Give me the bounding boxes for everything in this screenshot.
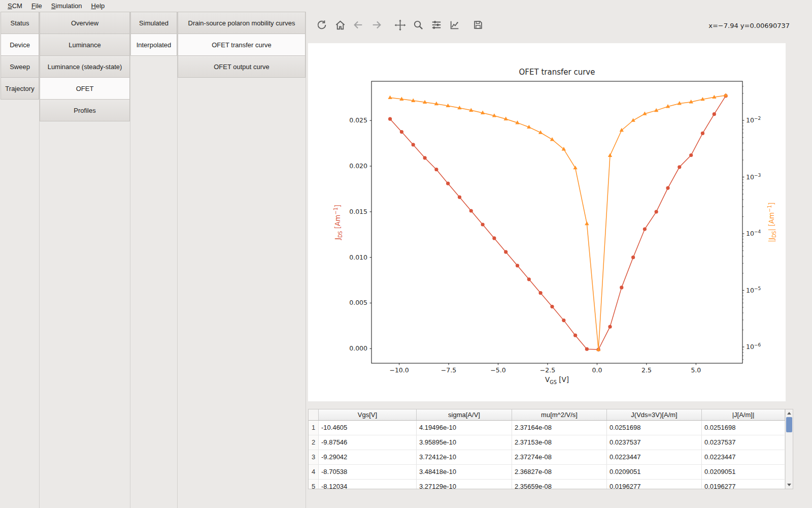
svg-text:5.0: 5.0 [691,366,701,374]
tab-sweep[interactable]: Sweep [1,55,39,78]
svg-text:0.025: 0.025 [349,116,367,124]
tab-mobility-curves[interactable]: Drain-source polaron mobility curves [178,12,306,34]
cell-mu[interactable]: 2.37274e-08 [512,450,607,465]
row-number[interactable]: 4 [309,465,319,480]
row-number[interactable]: 3 [309,450,319,465]
cell-sigma[interactable]: 3.27129e-10 [417,480,512,489]
back-button[interactable] [350,17,366,33]
subplot-settings-icon [431,19,442,30]
table-header-sigma[interactable]: sigma[A/V] [417,409,512,420]
tab-interpolated[interactable]: Interpolated [130,34,177,56]
zoom-button[interactable] [410,17,426,33]
tab-luminance-steady-state[interactable]: Luminance (steady-state) [40,55,130,78]
tab-trajectory[interactable]: Trajectory [1,77,39,100]
table-row: 5 -8.12034 3.27129e-10 2.35659e-08 0.019… [309,480,785,489]
menu-help[interactable]: Help [87,1,110,11]
refresh-icon [316,19,327,30]
svg-text:−5.0: −5.0 [490,366,505,374]
scrollbar-down-arrow-icon[interactable] [786,482,793,488]
tab-status[interactable]: Status [1,12,39,34]
svg-text:10−3: 10−3 [746,173,761,181]
cell-absj[interactable]: 0.0196277 [702,480,785,489]
table-header-row: Vgs[V] sigma[A/V] mu[m^2/V/s] J(Vds=3V)[… [309,409,785,421]
cell-absj[interactable]: 0.0251698 [702,421,785,435]
home-button[interactable] [332,17,348,33]
svg-text:0.015: 0.015 [349,208,367,215]
home-icon [334,19,346,31]
cell-absj[interactable]: 0.0209051 [702,465,785,480]
cell-j[interactable]: 0.0251698 [607,421,702,435]
axes-editor-button[interactable] [447,17,463,33]
tab-profiles[interactable]: Profiles [40,99,130,121]
table-vertical-scrollbar[interactable] [785,409,793,489]
svg-text:10−6: 10−6 [746,342,761,351]
svg-text:0.010: 0.010 [349,253,367,261]
svg-text:10−5: 10−5 [746,286,761,294]
zoom-icon [413,19,424,31]
refresh-button[interactable] [314,17,330,33]
cell-absj[interactable]: 0.0223447 [702,450,785,465]
cell-sigma[interactable]: 3.95895e-10 [417,435,512,450]
svg-text:JDS [Am−1]: JDS [Am−1] [333,205,343,240]
cell-j[interactable]: 0.0209051 [607,465,702,480]
menu-file[interactable]: File [27,1,47,11]
cell-j[interactable]: 0.0196277 [607,480,702,489]
forward-arrow-icon [371,19,382,30]
cell-mu[interactable]: 2.35659e-08 [512,480,607,489]
cell-mu[interactable]: 2.36827e-08 [512,465,607,480]
table-row: 3 -9.29042 3.72412e-10 2.37274e-08 0.022… [309,450,785,465]
nav-device-sections: Overview Luminance Luminance (steady-sta… [40,12,130,508]
cell-j[interactable]: 0.0237537 [607,435,702,450]
cell-vgs[interactable]: -8.70538 [319,465,417,480]
tab-ofet-output-curve[interactable]: OFET output curve [178,55,306,78]
cursor-coordinates-readout: x=−7.94 y=0.00690737 [708,22,790,29]
svg-text:VGS [V]: VGS [V] [545,375,569,385]
cell-vgs[interactable]: -8.12034 [319,480,417,489]
row-number[interactable]: 1 [309,421,319,435]
svg-text:0.000: 0.000 [349,344,367,352]
svg-text:−10.0: −10.0 [389,366,409,374]
row-number[interactable]: 2 [309,435,319,450]
cell-j[interactable]: 0.0223447 [607,450,702,465]
table-header-mu[interactable]: mu[m^2/V/s] [512,409,607,420]
table-row: 1 -10.4605 4.19496e-10 2.37164e-08 0.025… [309,421,785,435]
cell-mu[interactable]: 2.37153e-08 [512,435,607,450]
scrollbar-up-arrow-icon[interactable] [786,410,793,417]
pan-button[interactable] [392,17,408,33]
cell-vgs[interactable]: -9.29042 [319,450,417,465]
tab-ofet[interactable]: OFET [40,77,130,100]
results-table-grid: Vgs[V] sigma[A/V] mu[m^2/V/s] J(Vds=3V)[… [309,409,785,489]
menubar: SCM File Simulation Help [0,0,812,12]
menu-scm[interactable]: SCM [3,1,27,11]
svg-text:−7.5: −7.5 [441,366,456,374]
menu-simulation[interactable]: Simulation [47,1,87,11]
tab-overview[interactable]: Overview [40,12,130,34]
tab-device[interactable]: Device [1,34,39,56]
tab-simulated[interactable]: Simulated [130,12,177,34]
ofet-transfer-curve-plot[interactable]: OFET transfer curve−10.0−7.5−5.0−2.50.02… [308,43,786,401]
table-header-j[interactable]: J(Vds=3V)[A/m] [607,409,702,420]
cell-vgs[interactable]: -9.87546 [319,435,417,450]
tab-luminance[interactable]: Luminance [40,34,130,56]
save-button[interactable] [470,17,486,33]
table-header-corner[interactable] [309,409,319,420]
row-number[interactable]: 5 [309,480,319,489]
cell-sigma[interactable]: 3.72412e-10 [417,450,512,465]
subplot-settings-button[interactable] [428,17,445,33]
axes-editor-icon [449,19,460,30]
table-header-absj[interactable]: |J[A/m]| [702,409,785,420]
cell-mu[interactable]: 2.37164e-08 [512,421,607,435]
table-row: 4 -8.70538 3.48418e-10 2.36827e-08 0.020… [309,465,785,480]
cell-vgs[interactable]: -10.4605 [319,421,417,435]
cell-sigma[interactable]: 3.48418e-10 [417,465,512,480]
svg-text:10−2: 10−2 [746,116,761,124]
cell-absj[interactable]: 0.0237537 [702,435,785,450]
save-icon [472,19,484,30]
forward-button[interactable] [368,17,385,33]
figure-canvas[interactable]: OFET transfer curve−10.0−7.5−5.0−2.50.02… [308,43,786,401]
table-header-vgs[interactable]: Vgs[V] [319,409,417,420]
scrollbar-thumb[interactable] [786,417,792,432]
tab-ofet-transfer-curve[interactable]: OFET transfer curve [178,34,306,56]
cell-sigma[interactable]: 4.19496e-10 [417,421,512,435]
svg-text:0.0: 0.0 [592,366,602,374]
